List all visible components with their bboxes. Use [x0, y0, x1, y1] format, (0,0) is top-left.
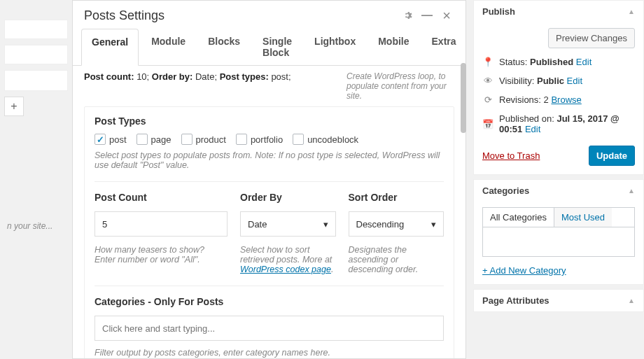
- add-new-category-link[interactable]: + Add New Category: [482, 265, 635, 276]
- categories-note: Filter output by posts categories, enter…: [94, 348, 444, 358]
- history-icon: ⟳: [482, 94, 493, 105]
- edit-status-link[interactable]: Edit: [576, 57, 592, 67]
- status-row: 📍 Status: Published Edit: [482, 57, 635, 67]
- visibility-row: 👁 Visibility: Public Edit: [482, 76, 635, 86]
- page-attributes-header[interactable]: Page Attributes▲: [474, 290, 643, 311]
- calendar-icon: 📅: [482, 119, 493, 129]
- modal-title: Posts Settings: [84, 8, 396, 23]
- sort-order-label: Sort Order: [349, 192, 444, 203]
- tab-single-block[interactable]: Single Block: [253, 29, 302, 65]
- eye-icon: 👁: [482, 76, 493, 86]
- checkbox-portfolio[interactable]: portfolio: [236, 134, 283, 145]
- left-panel-row: [4, 70, 68, 91]
- collapse-icon: ▲: [628, 187, 635, 195]
- codex-link[interactable]: WordPress codex page: [240, 265, 331, 274]
- post-types-note: Select post types to populate posts from…: [94, 150, 444, 170]
- browse-revisions-link[interactable]: Browse: [551, 94, 581, 105]
- checkbox-label: portfolio: [251, 134, 283, 145]
- tab-lightbox[interactable]: Lightbox: [304, 29, 365, 65]
- post-count-label: Post Count: [94, 192, 227, 203]
- background-text: n your site...: [4, 217, 68, 259]
- sort-order-note: Designates the ascending or descending o…: [349, 245, 444, 274]
- move-to-trash-link[interactable]: Move to Trash: [482, 150, 540, 161]
- categories-list-area[interactable]: [482, 227, 635, 257]
- collapse-icon: ▲: [628, 297, 635, 304]
- gear-icon[interactable]: [400, 8, 415, 23]
- categories-field-label: Categories - Only For Posts: [94, 296, 444, 307]
- checkbox-uncodeblock[interactable]: uncodeblock: [293, 134, 358, 145]
- tab-module[interactable]: Module: [141, 29, 195, 65]
- categories-input[interactable]: [94, 316, 444, 341]
- order-by-label: Order By: [240, 192, 336, 203]
- update-button[interactable]: Update: [589, 146, 635, 166]
- tab-extra[interactable]: Extra: [422, 29, 466, 65]
- collapse-icon: ▲: [628, 8, 635, 15]
- close-icon[interactable]: ×: [439, 8, 454, 23]
- post-types-panel: Post Types ✓ post page product: [84, 106, 454, 358]
- tab-most-used[interactable]: Most Used: [554, 208, 612, 227]
- published-on-row: 📅 Published on: Jul 15, 2017 @ 00:51 Edi…: [482, 113, 635, 134]
- helper-text: Create WordPress loop, to populate conte…: [346, 66, 465, 105]
- edit-date-link[interactable]: Edit: [525, 124, 540, 134]
- sort-order-select[interactable]: Descending: [349, 211, 444, 237]
- publish-box-header[interactable]: Publish▲: [474, 1, 643, 22]
- settings-summary: Post count: 10; Order by: Date; Post typ…: [73, 66, 346, 105]
- categories-box-header[interactable]: Categories▲: [474, 180, 643, 202]
- order-by-note: Select how to sort retrieved posts. More…: [240, 245, 336, 274]
- preview-changes-button[interactable]: Preview Changes: [548, 28, 635, 48]
- categories-box: Categories▲ All Categories Most Used + A…: [473, 179, 644, 285]
- modal-scrollbar[interactable]: [461, 63, 466, 133]
- modal-tabs: General Module Blocks Single Block Light…: [73, 29, 465, 66]
- tab-general[interactable]: General: [81, 29, 139, 66]
- order-by-select[interactable]: Date: [240, 211, 336, 237]
- checkbox-label: uncodeblock: [307, 134, 358, 145]
- posts-settings-modal: Posts Settings — × General Module Blocks…: [72, 0, 466, 359]
- left-panel-row: [4, 45, 68, 64]
- tab-mobile[interactable]: Mobile: [368, 29, 419, 65]
- page-attributes-box: Page Attributes▲: [473, 289, 644, 312]
- checkbox-post[interactable]: ✓ post: [94, 134, 127, 145]
- publish-box: Publish▲ Preview Changes 📍 Status: Publi…: [473, 0, 644, 175]
- tab-all-categories[interactable]: All Categories: [483, 208, 554, 227]
- post-count-input[interactable]: [94, 211, 227, 237]
- post-count-note: How many teasers to show? Enter number o…: [94, 245, 227, 265]
- post-types-heading: Post Types: [94, 115, 444, 127]
- left-panel-row: [4, 20, 68, 39]
- tab-blocks[interactable]: Blocks: [198, 29, 250, 65]
- edit-visibility-link[interactable]: Edit: [567, 76, 582, 86]
- checkbox-label: product: [196, 134, 226, 145]
- checkbox-page[interactable]: page: [136, 134, 172, 145]
- add-content-button[interactable]: +: [4, 97, 24, 116]
- pin-icon: 📍: [482, 57, 493, 67]
- checkbox-product[interactable]: product: [181, 134, 226, 145]
- revisions-row: ⟳ Revisions: 2 Browse: [482, 94, 635, 105]
- minimize-icon[interactable]: —: [419, 8, 435, 23]
- checkbox-label: post: [109, 134, 127, 145]
- checkbox-label: page: [151, 134, 172, 145]
